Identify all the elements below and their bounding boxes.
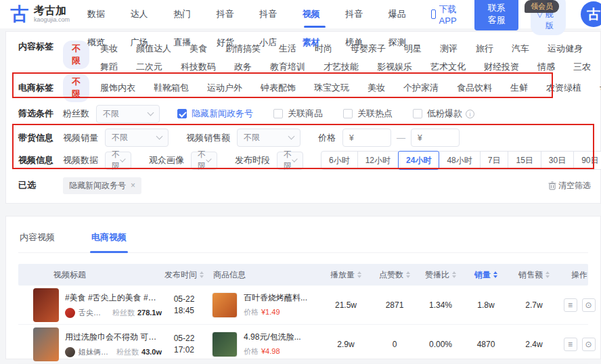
member-tooltip-badge[interactable]: 领会员 [525,0,559,13]
sort-up-arrow [357,271,361,274]
tag-生活[interactable]: 生活 [279,43,296,55]
time-button-6小时[interactable]: 6小时 [321,151,358,170]
tag-美食[interactable]: 美食 [190,43,207,55]
tag-美妆[interactable]: 美妆 [368,82,385,94]
content-tag-unlimited[interactable]: 不限 [63,41,89,69]
video-title[interactable]: #美食 #舌尖上的美食 #深夜放... [65,292,160,304]
price-max-input[interactable] [411,129,460,147]
price-min-input[interactable] [342,129,391,147]
publish-period-select[interactable]: 不限 [277,152,303,170]
remove-tag-icon[interactable]: × [131,181,135,190]
product-image[interactable] [212,292,238,318]
checkbox-隐藏新闻政务号[interactable]: 隐藏新闻政务号 [177,108,253,120]
column-header-播放量[interactable]: 播放量 [320,269,372,281]
ecom-tag-unlimited[interactable]: 不限 [63,74,89,102]
video-play-icon[interactable]: ⊙ [582,298,596,312]
nav-item-抖音小店[interactable]: 抖音小店 [259,0,284,28]
tag-三农[interactable]: 三农 [573,61,591,73]
floating-logo-button[interactable]: 古 [581,1,601,27]
info-icon[interactable]: i [466,110,474,118]
video-sales-select[interactable]: 不限 [105,129,169,147]
column-header-发布时间[interactable]: 发布时间 [162,269,206,281]
nav-item-数据概览[interactable]: 数据概览 [87,0,112,28]
author-name[interactable]: 舌尖传媒 [79,308,108,318]
tag-运动健身[interactable]: 运动健身 [548,43,583,55]
video-revenue-select[interactable]: 不限 [237,129,300,147]
time-button-24小时[interactable]: 24小时 [398,151,439,170]
tag-服饰内衣[interactable]: 服饰内衣 [100,82,135,94]
tag-舞蹈[interactable]: 舞蹈 [100,61,118,73]
tag-钟表配饰[interactable]: 钟表配饰 [261,82,296,94]
tag-鞋靴箱包[interactable]: 鞋靴箱包 [154,82,189,94]
tag-政务[interactable]: 政务 [234,61,252,73]
tag-农资绿植[interactable]: 农资绿植 [546,82,581,94]
detail-list-icon[interactable]: ≡ [564,338,577,351]
tag-艺术文化[interactable]: 艺术文化 [430,61,466,73]
time-button-48小时[interactable]: 48小时 [439,151,480,170]
detail-list-icon[interactable]: ≡ [564,298,577,312]
sort-icon[interactable] [546,271,550,278]
tag-科技数码[interactable]: 科技数码 [181,61,216,73]
tag-财经投资[interactable]: 财经投资 [484,61,519,73]
column-header-销量[interactable]: 销量 [464,269,508,281]
product-image[interactable] [212,332,238,357]
time-button-12小时[interactable]: 12小时 [357,151,399,170]
nav-item-抖音好货[interactable]: 抖音好货 [217,0,242,28]
sort-icon[interactable] [452,271,456,278]
time-button-30日[interactable]: 30日 [541,151,574,170]
video-play-icon[interactable]: ⊙ [582,338,596,351]
tag-珠宝文玩[interactable]: 珠宝文玩 [314,82,349,94]
nav-item-抖音榜单[interactable]: 抖音榜单 [345,0,370,28]
product-name[interactable]: 4.98元/包洗脸... [244,332,301,343]
tag-教育培训[interactable]: 教育培训 [270,61,305,73]
time-button-90日[interactable]: 90日 [573,151,601,170]
tag-才艺技能[interactable]: 才艺技能 [324,61,359,73]
column-header-赞播比[interactable]: 赞播比 [418,269,464,281]
sort-icon[interactable] [200,271,204,278]
avatar[interactable] [65,308,75,318]
conditions-label: 筛选条件 [18,108,63,120]
nav-item-爆品探测[interactable]: 爆品探测 [388,0,414,28]
checkbox-关联热点[interactable]: 关联热点 [343,108,393,120]
tag-个护家清[interactable]: 个护家清 [403,82,439,94]
tag-旅行[interactable]: 旅行 [476,43,493,55]
tag-二次元[interactable]: 二次元 [136,61,162,73]
tab-内容视频[interactable]: 内容视频 [18,227,56,252]
author-name[interactable]: 姐妹俩严选... [79,347,112,357]
video-thumbnail[interactable] [33,288,59,322]
product-name[interactable]: 百叶香烧烤蘸料... [244,292,307,304]
tag-汽车[interactable]: 汽车 [512,43,529,55]
nav-item-视频素材[interactable]: 视频素材 [303,0,328,28]
sort-icon[interactable] [357,271,361,278]
video-thumbnail[interactable] [33,327,59,361]
time-button-7日[interactable]: 7日 [480,151,509,170]
tag-测评[interactable]: 测评 [440,43,458,55]
fans-count-select[interactable]: 不限 [96,105,160,123]
video-title[interactable]: 用过洗脸巾会不得劲 可以用来... [65,332,160,343]
tag-运动户外[interactable]: 运动户外 [207,82,242,94]
checkbox-关联商品[interactable]: 关联商品 [273,108,323,120]
nav-item-达人广场[interactable]: 达人广场 [131,0,156,28]
video-data-select[interactable]: 不限 [105,152,131,170]
contact-service-button[interactable]: 联系客服 [474,0,518,30]
tag-影视娱乐[interactable]: 影视娱乐 [377,61,412,73]
nav-item-热门直播[interactable]: 热门直播 [173,0,198,28]
sort-icon[interactable] [406,271,410,278]
tag-生鲜[interactable]: 生鲜 [510,82,528,94]
checkbox-低粉爆款[interactable]: 低粉爆款i [413,108,474,120]
clear-filters-label: 清空筛选 [558,180,591,191]
clear-filters-button[interactable]: 清空筛选 [548,180,591,191]
sort-icon[interactable] [493,271,497,278]
audience-select[interactable]: 不限 [191,152,217,170]
download-app-link[interactable]: 下载APP [431,3,460,26]
tag-食品饮料[interactable]: 食品饮料 [457,82,492,94]
tag-情感[interactable]: 情感 [537,61,555,73]
avatar[interactable] [65,347,75,357]
tag-明星[interactable]: 明星 [404,43,422,55]
app-logo[interactable]: 古 考古加 kaogujia.com [9,4,70,24]
column-header-点赞数[interactable]: 点赞数 [372,269,418,281]
column-header-销售额[interactable]: 销售额 [508,269,560,281]
time-button-15日[interactable]: 15日 [508,151,541,170]
column-header-label: 销售额 [518,269,543,281]
tab-电商视频[interactable]: 电商视频 [90,227,128,252]
